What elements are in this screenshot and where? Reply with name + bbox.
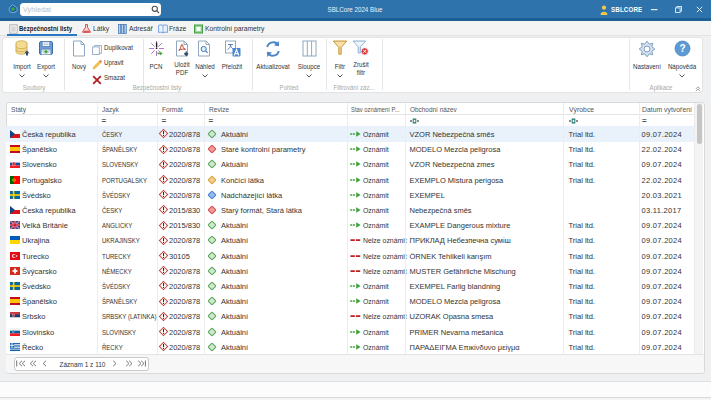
svg-text:?: ?: [679, 43, 685, 54]
